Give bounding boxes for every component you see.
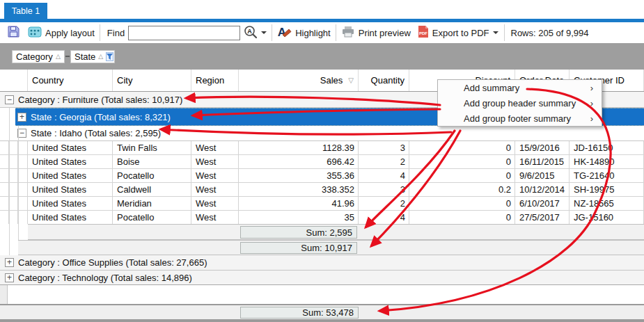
highlight-button[interactable]: A Highlight <box>276 25 331 41</box>
cell-customer-id[interactable]: SH-19975 <box>570 183 644 196</box>
toolbar: Apply layout Find A A <box>0 22 644 43</box>
print-preview-label: Print preview <box>359 28 411 38</box>
cell-discount[interactable]: 0 <box>409 197 515 210</box>
cell-city[interactable]: Boise <box>113 155 191 168</box>
column-header-region[interactable]: Region <box>191 70 239 91</box>
search-options-button[interactable]: A <box>243 24 258 42</box>
svg-text:PDF: PDF <box>419 31 427 35</box>
cell-sales[interactable]: 41.96 <box>239 197 359 210</box>
cell-quantity[interactable]: 2 <box>359 197 409 210</box>
column-header-city[interactable]: City <box>113 70 191 91</box>
cell-country[interactable]: United States <box>28 169 113 182</box>
expand-icon[interactable]: + <box>5 273 14 282</box>
cell-customer-id[interactable]: JG-15160 <box>570 211 644 224</box>
cell-city[interactable]: Caldwell <box>113 183 191 196</box>
sort-asc-icon: △ <box>98 53 103 60</box>
cell-region[interactable]: West <box>191 197 239 210</box>
toolbar-separator <box>100 24 100 41</box>
cell-city[interactable]: Twin Falls <box>113 141 191 154</box>
cell-quantity[interactable]: 4 <box>359 169 409 182</box>
sort-asc-icon: △ <box>56 53 61 60</box>
furniture-sum-summary[interactable]: Sum: 10,917 <box>240 242 357 254</box>
print-preview-button[interactable]: Print preview <box>341 26 411 40</box>
table-row[interactable]: United States Boise West 696.42 2 0 16/1… <box>0 155 644 169</box>
group-row-idaho[interactable]: − State : Idaho (Total sales: 2,595) <box>0 126 644 141</box>
cell-city[interactable]: Pocatello <box>113 211 191 224</box>
cell-customer-id[interactable]: TG-21640 <box>570 169 644 182</box>
tab-table-1[interactable]: Table 1 <box>4 3 47 19</box>
filter-icon[interactable] <box>106 52 113 61</box>
table-row[interactable]: United States Pocatello West 35 4 0 27/5… <box>0 211 644 224</box>
cell-country[interactable]: United States <box>28 141 113 154</box>
column-header-sales[interactable]: Sales ▽ <box>239 70 359 91</box>
cell-region[interactable]: West <box>191 211 239 224</box>
rows-count-status: Rows: 205 of 9,994 <box>511 28 589 38</box>
cell-quantity[interactable]: 2 <box>359 155 409 168</box>
table-row[interactable]: United States Pocatello West 355.36 4 0 … <box>0 169 644 183</box>
cell-order-date[interactable]: 16/11/2015 <box>515 155 570 168</box>
cell-country[interactable]: United States <box>28 197 113 210</box>
cell-region[interactable]: West <box>191 155 239 168</box>
cell-sales[interactable]: 1128.39 <box>239 141 359 154</box>
cell-city[interactable]: Pocatello <box>113 169 191 182</box>
toolbar-separator <box>504 24 505 41</box>
apply-layout-button[interactable]: Apply layout <box>28 26 95 40</box>
collapse-icon[interactable]: − <box>5 95 14 104</box>
group-row-technology[interactable]: + Category : Technology (Total sales: 14… <box>0 271 644 285</box>
cell-country[interactable]: United States <box>28 155 113 168</box>
cell-quantity[interactable]: 4 <box>359 211 409 224</box>
group-row-office-supplies[interactable]: + Category : Office Supplies (Total sale… <box>0 255 644 271</box>
group-field-category[interactable]: Category △ <box>12 50 65 63</box>
grand-total-footer: Sum: 53,478 <box>0 304 644 319</box>
expand-icon[interactable]: + <box>5 258 14 267</box>
column-header-quantity[interactable]: Quantity <box>359 70 409 91</box>
cell-city[interactable]: Meridian <box>113 197 191 210</box>
group-by-panel: Category △ State △ <box>0 43 644 70</box>
export-pdf-button[interactable]: PDF Export to PDF <box>418 25 498 40</box>
group-footer-furniture: Sum: 10,917 <box>18 240 644 255</box>
cell-customer-id[interactable]: NZ-18565 <box>570 197 644 210</box>
cell-region[interactable]: West <box>191 141 239 154</box>
cell-discount[interactable]: 0.2 <box>409 183 515 196</box>
cell-order-date[interactable]: 10/12/2014 <box>515 183 570 196</box>
cell-region[interactable]: West <box>191 169 239 182</box>
menu-item-add-summary[interactable]: Add summary › <box>438 80 602 95</box>
cell-order-date[interactable]: 15/9/2016 <box>515 141 570 154</box>
cell-quantity[interactable]: 3 <box>359 141 409 154</box>
cell-country[interactable]: United States <box>28 211 113 224</box>
cell-order-date[interactable]: 6/10/2017 <box>515 197 570 210</box>
cell-sales[interactable]: 35 <box>239 211 359 224</box>
find-input[interactable] <box>128 26 240 40</box>
search-options-dropdown[interactable] <box>261 31 267 34</box>
cell-discount[interactable]: 0 <box>409 155 515 168</box>
cell-customer-id[interactable]: HK-14890 <box>570 155 644 168</box>
cell-customer-id[interactable]: JD-16150 <box>570 141 644 154</box>
header-indent-gutter <box>0 70 28 91</box>
search-a-icon: A <box>243 24 258 42</box>
cell-sales[interactable]: 696.42 <box>239 155 359 168</box>
grand-total-summary[interactable]: Sum: 53,478 <box>240 307 359 319</box>
cell-discount[interactable]: 0 <box>409 211 515 224</box>
cell-country[interactable]: United States <box>28 183 113 196</box>
cell-discount[interactable]: 0 <box>409 141 515 154</box>
cell-region[interactable]: West <box>191 183 239 196</box>
menu-item-add-group-footer-summary[interactable]: Add group footer summary › <box>438 111 602 126</box>
table-row[interactable]: United States Caldwell West 338.352 3 0.… <box>0 183 644 197</box>
expand-icon[interactable]: + <box>17 113 26 122</box>
group-field-state[interactable]: State △ <box>70 50 115 63</box>
cell-sales[interactable]: 355.36 <box>239 169 359 182</box>
menu-item-add-group-header-summary[interactable]: Add group header summary › <box>438 95 602 111</box>
table-row[interactable]: United States Twin Falls West 1128.39 3 … <box>0 141 644 155</box>
cell-quantity[interactable]: 3 <box>359 183 409 196</box>
table-row[interactable]: United States Meridian West 41.96 2 0 6/… <box>0 197 644 211</box>
column-header-country[interactable]: Country <box>28 70 113 91</box>
group-field-label: Category <box>16 51 53 62</box>
cell-order-date[interactable]: 27/5/2017 <box>515 211 570 224</box>
toolbar-separator <box>272 24 272 41</box>
window-bottom-edge <box>0 319 644 322</box>
idaho-sum-summary[interactable]: Sum: 2,595 <box>240 226 357 239</box>
save-button[interactable] <box>7 25 20 40</box>
cell-order-date[interactable]: 9/6/2015 <box>515 169 570 182</box>
cell-discount[interactable]: 0 <box>409 169 515 182</box>
cell-sales[interactable]: 338.352 <box>239 183 359 196</box>
